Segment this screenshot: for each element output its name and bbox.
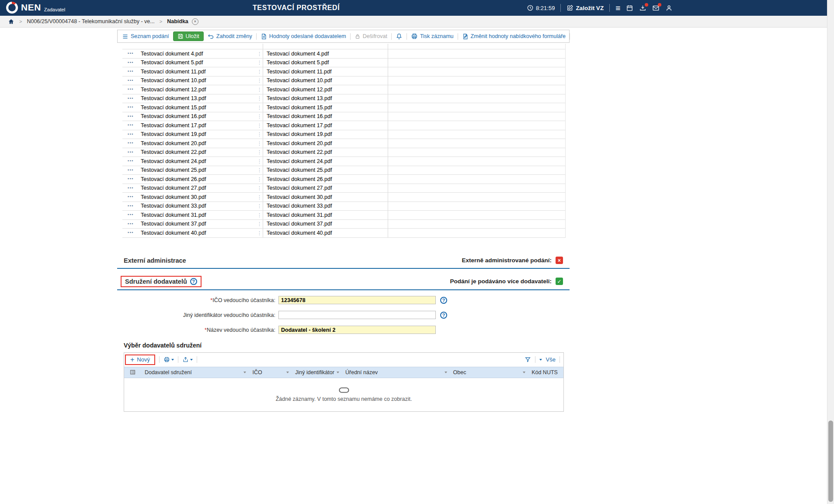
attachment-links-icon[interactable]: •••: [122, 79, 139, 83]
row-handle-icon[interactable]: ⋮: [257, 87, 262, 92]
vice-dodavateli-checkbox[interactable]: ✓: [556, 278, 563, 285]
attachment-links-icon[interactable]: •••: [122, 97, 139, 101]
row-handle-icon[interactable]: ⋮: [257, 105, 262, 110]
document-row[interactable]: ••• Testovací dokument 15.pdf ⋮ Testovac…: [122, 103, 565, 112]
attachment-links-icon[interactable]: •••: [122, 177, 139, 181]
scrollbar-thumb[interactable]: [828, 421, 833, 502]
home-icon[interactable]: [8, 18, 14, 25]
document-row[interactable]: ••• Testovací dokument 17.pdf ⋮ Testovac…: [122, 121, 565, 130]
row-handle-icon[interactable]: ⋮: [257, 69, 262, 74]
document-row[interactable]: ••• Testovací dokument 30.pdf ⋮ Testovac…: [122, 193, 565, 202]
filter-funnel-icon[interactable]: [525, 356, 531, 363]
new-button[interactable]: + Nový: [126, 355, 154, 364]
create-vz-button[interactable]: Založit VZ: [566, 4, 604, 11]
column-header-jiny-identifikator[interactable]: Jiný identifikátor: [292, 367, 342, 378]
document-row[interactable]: ••• Testovací dokument 16.pdf ⋮ Testovac…: [122, 112, 565, 122]
row-handle-icon[interactable]: ⋮: [257, 204, 262, 209]
attachment-links-icon[interactable]: •••: [122, 231, 139, 235]
row-handle-icon[interactable]: ⋮: [257, 96, 262, 101]
calendar-icon[interactable]: [626, 4, 633, 12]
attachment-links-icon[interactable]: •••: [122, 105, 139, 109]
document-row[interactable]: ••• Testovací dokument 12.pdf ⋮ Testovac…: [122, 85, 565, 94]
breadcrumb-contract-link[interactable]: N006/25/V00004748 - Telekomunikační služ…: [27, 18, 154, 24]
row-handle-icon[interactable]: ⋮: [257, 195, 262, 199]
column-header-dodavatel-sdruzeni[interactable]: Dodavatel sdružení: [142, 367, 249, 378]
externe-admin-checkbox[interactable]: ×: [556, 257, 563, 264]
ico-vedouciho-input[interactable]: [278, 296, 436, 304]
column-header-ico[interactable]: IČO: [249, 367, 292, 378]
grid-print-button[interactable]: [163, 356, 174, 363]
document-row[interactable]: ••• Testovací dokument 19.pdf ⋮ Testovac…: [122, 130, 565, 139]
vse-filter-button[interactable]: Vše: [546, 356, 556, 363]
downloads-icon[interactable]: [639, 4, 646, 12]
row-handle-icon[interactable]: ⋮: [257, 123, 262, 128]
row-handle-icon[interactable]: ⋮: [257, 222, 262, 226]
document-row[interactable]: ••• Testovací dokument 24.pdf ⋮ Testovac…: [122, 157, 565, 166]
attachment-links-icon[interactable]: •••: [122, 222, 139, 226]
document-row[interactable]: ••• Testovací dokument 5.pdf ⋮ Testovací…: [122, 59, 565, 68]
help-icon[interactable]: ?: [440, 312, 447, 319]
help-icon[interactable]: ?: [190, 278, 197, 285]
breadcrumb-current-tab[interactable]: Nabídka: [167, 18, 188, 24]
attachment-links-icon[interactable]: •••: [122, 87, 139, 91]
attachment-links-icon[interactable]: •••: [122, 195, 139, 199]
column-header-obec[interactable]: Obec: [450, 367, 529, 378]
vertical-scrollbar[interactable]: [827, 0, 834, 504]
messages-icon[interactable]: [652, 4, 660, 12]
grid-export-button[interactable]: [182, 356, 193, 363]
change-form-values-button[interactable]: Změnit hodnoty nabídkového formuláře: [462, 33, 566, 40]
attachment-links-icon[interactable]: •••: [122, 213, 139, 217]
document-row[interactable]: ••• Testovací dokument 10.pdf ⋮ Testovac…: [122, 76, 565, 86]
document-row[interactable]: ••• Testovací dokument 22.pdf ⋮ Testovac…: [122, 148, 565, 157]
close-tab-icon[interactable]: ×: [192, 18, 198, 25]
attachment-links-icon[interactable]: •••: [122, 204, 139, 208]
document-row[interactable]: ••• Testovací dokument 26.pdf ⋮ Testovac…: [122, 175, 565, 184]
row-handle-icon[interactable]: ⋮: [257, 159, 262, 163]
attachment-links-icon[interactable]: •••: [122, 150, 139, 154]
row-handle-icon[interactable]: ⋮: [257, 168, 262, 173]
document-row[interactable]: ••• Testovací dokument 27.pdf ⋮ Testovac…: [122, 184, 565, 193]
row-handle-icon[interactable]: ⋮: [257, 150, 262, 155]
column-header-uredni-nazev[interactable]: Úřední název: [342, 367, 450, 378]
jiny-identifikator-input[interactable]: [278, 311, 436, 319]
attachment-links-icon[interactable]: •••: [122, 159, 139, 163]
discard-changes-button[interactable]: Zahodit změny: [208, 33, 252, 40]
row-handle-icon[interactable]: ⋮: [257, 141, 262, 146]
row-handle-icon[interactable]: ⋮: [257, 177, 262, 181]
save-button[interactable]: Uložit: [173, 31, 204, 41]
row-handle-icon[interactable]: ⋮: [257, 230, 262, 235]
attachment-links-icon[interactable]: •••: [122, 52, 139, 56]
row-handle-icon[interactable]: ⋮: [257, 186, 262, 191]
decrypt-button[interactable]: Dešifrovat: [354, 33, 387, 39]
attachment-links-icon[interactable]: •••: [122, 115, 139, 118]
document-row[interactable]: ••• Testovací dokument 13.pdf ⋮ Testovac…: [122, 94, 565, 104]
document-row[interactable]: ••• Testovací dokument 4.pdf ⋮ Testovací…: [122, 49, 565, 59]
document-row[interactable]: ••• Testovací dokument 20.pdf ⋮ Testovac…: [122, 139, 565, 148]
nazev-vedouciho-input[interactable]: [278, 326, 436, 334]
document-row[interactable]: ••• Testovací dokument 40.pdf ⋮ Testovac…: [122, 229, 565, 238]
attachment-links-icon[interactable]: •••: [122, 141, 139, 145]
attachment-links-icon[interactable]: •••: [122, 123, 139, 127]
document-row[interactable]: ••• Testovací dokument 31.pdf ⋮ Testovac…: [122, 211, 565, 220]
row-handle-icon[interactable]: ⋮: [257, 51, 262, 56]
row-handle-icon[interactable]: ⋮: [257, 114, 262, 119]
help-icon[interactable]: ?: [440, 297, 447, 304]
column-header-kod-nuts[interactable]: Kód NUTS: [528, 367, 563, 378]
notifications-bell-button[interactable]: [396, 33, 403, 40]
attachment-links-icon[interactable]: •••: [122, 186, 139, 190]
attachment-links-icon[interactable]: •••: [122, 70, 139, 73]
document-row[interactable]: ••• Testovací dokument 11.pdf ⋮ Testovac…: [122, 67, 565, 76]
print-record-button[interactable]: Tisk záznamu: [411, 33, 454, 40]
supplier-values-button[interactable]: Hodnoty odeslané dodavatelem: [261, 33, 346, 40]
document-row[interactable]: ••• Testovací dokument 33.pdf ⋮ Testovac…: [122, 202, 565, 211]
row-handle-icon[interactable]: ⋮: [257, 60, 262, 65]
row-handle-icon[interactable]: ⋮: [257, 212, 262, 217]
nen-logo[interactable]: NEN Zadavatel: [6, 2, 65, 14]
user-profile-icon[interactable]: [665, 4, 673, 12]
document-row[interactable]: ••• Testovací dokument 37.pdf ⋮ Testovac…: [122, 220, 565, 229]
row-handle-icon[interactable]: ⋮: [257, 132, 262, 137]
document-row[interactable]: ••• Testovací dokument 25.pdf ⋮ Testovac…: [122, 166, 565, 175]
attachment-links-icon[interactable]: •••: [122, 168, 139, 172]
column-chooser-button[interactable]: [124, 367, 142, 378]
attachment-links-icon[interactable]: •••: [122, 61, 139, 65]
